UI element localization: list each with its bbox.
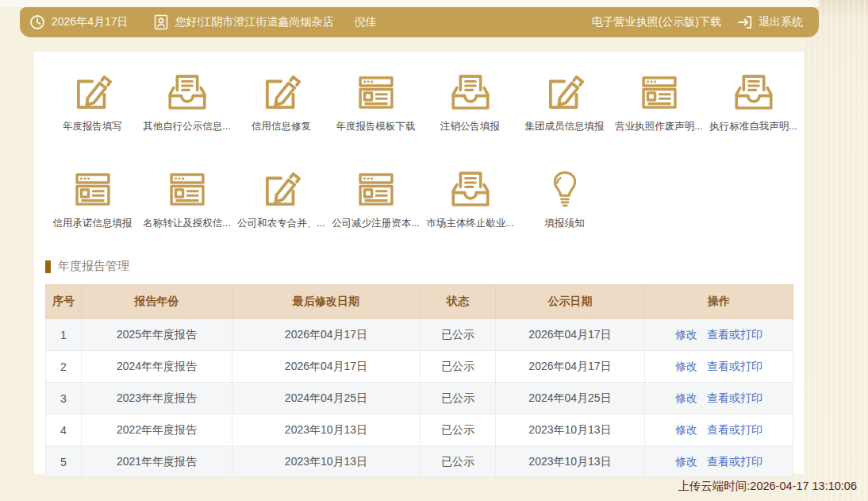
- main-panel: 年度报告填写 其他自行公示信息... 信用信息修复 年度报告模板下载 注销公告填…: [34, 52, 804, 474]
- edit-icon: [70, 70, 116, 116]
- modify-link[interactable]: 修改: [675, 455, 697, 468]
- browser-icon: [353, 167, 399, 213]
- cell-index: 3: [46, 383, 82, 414]
- grid-item-capital-reduction[interactable]: 公司减少注册资本...: [328, 167, 423, 230]
- inbox-icon: [731, 70, 777, 116]
- cell-last-modified: 2023年10月13日: [232, 446, 421, 478]
- license-download-link[interactable]: 电子营业执照(公示版)下载: [592, 15, 721, 29]
- cell-index: 2: [46, 351, 82, 383]
- cell-publish-date: 2026年04月17日: [496, 351, 645, 383]
- grid-item-label: 名称转让及授权信...: [143, 217, 230, 230]
- cell-actions: 修改 查看或打印: [645, 383, 793, 414]
- title-accent-bar: [45, 260, 51, 273]
- view-or-print-link[interactable]: 查看或打印: [707, 360, 762, 372]
- cell-index: 4: [46, 414, 82, 446]
- view-or-print-link[interactable]: 查看或打印: [707, 455, 762, 468]
- logout-button[interactable]: 退出系统: [759, 15, 803, 29]
- grid-item-label: 信用信息修复: [252, 120, 311, 133]
- col-header-publish-date: 公示日期: [496, 285, 645, 319]
- cell-actions: 修改 查看或打印: [645, 414, 793, 446]
- grid-item-label: 公司和农专合并、...: [237, 217, 325, 230]
- cell-report-year: 2023年年度报告: [82, 383, 232, 414]
- col-header-last-modified: 最后修改日期: [232, 285, 421, 319]
- modify-link[interactable]: 修改: [675, 391, 697, 404]
- topbar: 2026年4月17日 您好!江阴市澄江街道鑫尚烟杂店 倪佳 电子营业执照(公示版…: [20, 7, 819, 37]
- grid-item-standard-self-declaration[interactable]: 执行标准自我声明...: [706, 70, 801, 133]
- grid-item-label: 市场主体终止歇业...: [426, 217, 513, 230]
- user-badge-icon: [154, 14, 168, 30]
- grid-item-label: 年度报告模板下载: [336, 120, 416, 133]
- grid-item-label: 注销公告填报: [440, 120, 500, 133]
- current-date: 2026年4月17日: [52, 15, 129, 29]
- table-row: 1 2025年年度报告 2026年04月17日 已公示 2026年04月17日 …: [46, 319, 793, 351]
- cell-status: 已公示: [421, 383, 496, 414]
- user-name: 倪佳: [354, 15, 376, 29]
- col-header-report-year: 报告年份: [82, 285, 232, 319]
- view-or-print-link[interactable]: 查看或打印: [707, 423, 762, 436]
- grid-item-report-template-download[interactable]: 年度报告模板下载: [328, 70, 423, 133]
- grid-item-annual-report-fill[interactable]: 年度报告填写: [45, 70, 140, 133]
- grid-item-license-void-statement[interactable]: 营业执照作废声明...: [612, 70, 706, 133]
- table-row: 5 2021年年度报告 2023年10月13日 已公示 2023年10月13日 …: [46, 446, 793, 478]
- bulb-icon: [542, 167, 588, 213]
- cell-report-year: 2021年年度报告: [82, 446, 232, 478]
- modify-link[interactable]: 修改: [675, 423, 697, 436]
- grid-item-credit-commitment[interactable]: 信用承诺信息填报: [45, 167, 140, 230]
- grid-item-name-transfer-authorization[interactable]: 名称转让及授权信...: [140, 167, 234, 230]
- table-row: 4 2022年年度报告 2023年10月13日 已公示 2023年10月13日 …: [46, 414, 793, 446]
- cell-actions: 修改 查看或打印: [645, 319, 793, 351]
- grid-item-label: 填报须知: [545, 217, 585, 230]
- table-header-row: 序号 报告年份 最后修改日期 状态 公示日期 操作: [46, 285, 793, 319]
- grid-item-other-self-publicity[interactable]: 其他自行公示信息...: [140, 70, 234, 133]
- browser-icon: [353, 70, 399, 116]
- background-texture: [803, 0, 868, 501]
- grid-item-label: 营业执照作废声明...: [615, 120, 702, 133]
- logout-icon[interactable]: [737, 14, 753, 30]
- icon-grid-row-1: 年度报告填写 其他自行公示信息... 信用信息修复 年度报告模板下载 注销公告填…: [34, 70, 804, 133]
- grid-item-group-member-info[interactable]: 集团成员信息填报: [517, 70, 612, 133]
- cell-status: 已公示: [421, 414, 496, 446]
- cell-status: 已公示: [421, 319, 496, 351]
- view-or-print-link[interactable]: 查看或打印: [707, 328, 762, 341]
- edit-icon: [542, 70, 588, 116]
- cell-last-modified: 2026年04月17日: [232, 319, 421, 351]
- grid-item-company-merge[interactable]: 公司和农专合并、...: [234, 167, 328, 230]
- cell-index: 1: [46, 319, 82, 351]
- grid-item-filing-instructions[interactable]: 填报须知: [517, 167, 612, 230]
- cell-report-year: 2024年年度报告: [82, 351, 232, 383]
- cell-status: 已公示: [421, 446, 496, 478]
- grid-item-label: 年度报告填写: [63, 120, 122, 133]
- cell-report-year: 2022年年度报告: [82, 414, 232, 446]
- browser-icon: [70, 167, 116, 213]
- modify-link[interactable]: 修改: [675, 328, 697, 341]
- cell-publish-date: 2024年04月25日: [496, 383, 645, 414]
- cell-last-modified: 2024年04月25日: [232, 383, 421, 414]
- inbox-icon: [164, 70, 210, 116]
- cell-last-modified: 2026年04月17日: [232, 351, 421, 383]
- col-header-actions: 操作: [645, 285, 793, 319]
- browser-icon: [164, 167, 210, 213]
- browser-icon: [636, 70, 682, 116]
- grid-item-credit-repair[interactable]: 信用信息修复: [234, 70, 328, 133]
- cell-actions: 修改 查看或打印: [645, 351, 793, 383]
- inbox-icon: [447, 70, 494, 116]
- cell-publish-date: 2026年04月17日: [496, 319, 645, 351]
- cell-status: 已公示: [421, 351, 496, 383]
- upload-cloud-time: 上传云端时间:2026-04-17 13:10:06: [678, 479, 857, 494]
- section-title: 年度报告管理: [45, 259, 804, 274]
- clock-icon: [29, 14, 45, 30]
- cell-actions: 修改 查看或打印: [645, 446, 793, 478]
- col-header-status: 状态: [421, 285, 496, 319]
- grid-item-business-termination[interactable]: 市场主体终止歇业...: [423, 167, 517, 230]
- cell-report-year: 2025年年度报告: [82, 319, 232, 351]
- modify-link[interactable]: 修改: [675, 360, 697, 372]
- annual-report-table: 序号 报告年份 最后修改日期 状态 公示日期 操作 1 2025年年度报告 20…: [45, 284, 793, 478]
- cell-last-modified: 2023年10月13日: [232, 414, 421, 446]
- user-greeting: 您好!江阴市澄江街道鑫尚烟杂店: [175, 15, 334, 29]
- grid-item-cancellation-notice[interactable]: 注销公告填报: [423, 70, 517, 133]
- table-row: 3 2023年年度报告 2024年04月25日 已公示 2024年04月25日 …: [46, 383, 793, 414]
- icon-grid-row-2: 信用承诺信息填报 名称转让及授权信... 公司和农专合并、... 公司减少注册资…: [34, 167, 804, 230]
- view-or-print-link[interactable]: 查看或打印: [707, 391, 762, 404]
- edit-icon: [259, 167, 305, 213]
- grid-item-label: 信用承诺信息填报: [53, 217, 133, 230]
